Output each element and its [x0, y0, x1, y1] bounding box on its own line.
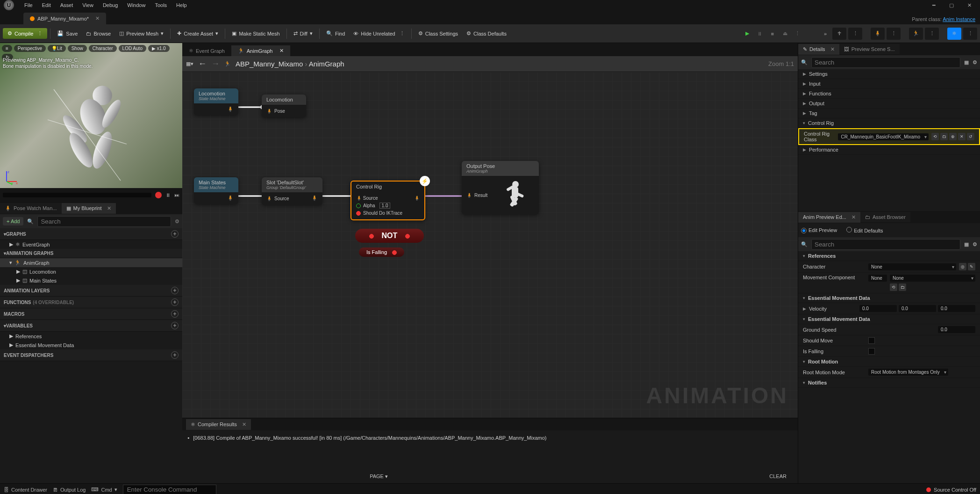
add-graph-icon[interactable]: + — [171, 230, 179, 238]
character-dropdown[interactable]: None — [868, 263, 956, 270]
gear-icon[interactable]: ⚙ — [175, 218, 179, 225]
eject-button[interactable]: ⏏ — [780, 28, 791, 39]
viewport-speed[interactable]: ▶ x1.0 — [148, 45, 170, 52]
should-move-checkbox[interactable] — [868, 337, 875, 344]
cat-references[interactable]: ▾References — [798, 251, 980, 261]
cat-settings[interactable]: ▶Settings — [798, 69, 980, 79]
grid-icon[interactable]: ▦ — [964, 241, 969, 247]
close-icon[interactable]: ✕ — [830, 46, 835, 52]
save-button[interactable]: 💾Save — [53, 28, 81, 39]
add-variable-icon[interactable]: + — [171, 322, 179, 329]
cat-performance[interactable]: ▶Performance — [798, 145, 980, 155]
cat-notifies[interactable]: ▾Notifies — [798, 378, 980, 388]
tab-anim-preview[interactable]: Anim Preview Ed...✕ — [798, 212, 860, 223]
reset-icon[interactable]: ↺ — [967, 133, 974, 140]
timeline-scrubber[interactable] — [3, 193, 151, 197]
preview-viewport[interactable]: ≡ Perspective 💡Lit Show Character LOD Au… — [0, 43, 182, 188]
category-functions[interactable]: FUNCTIONS (4 OVERRIDABLE)+ — [0, 297, 182, 308]
options-button[interactable]: ⋮ — [792, 28, 803, 39]
viewport-menu[interactable]: ≡ — [2, 45, 12, 52]
tab-pose-watch[interactable]: 🧍Pose Watch Man... — [0, 203, 62, 214]
tree-references[interactable]: ▶ References — [0, 332, 182, 341]
radio-edit-defaults[interactable]: Edit Defaults — [846, 227, 883, 233]
content-drawer-button[interactable]: 🗄Content Drawer — [4, 487, 47, 493]
tab-details[interactable]: ✎Details✕ — [798, 44, 839, 55]
category-anim-layers[interactable]: ANIMATION LAYERS+ — [0, 285, 182, 297]
mode-options-2[interactable]: ⋮ — [887, 28, 901, 40]
category-variables[interactable]: ▾ VARIABLES+ — [0, 320, 182, 332]
record-button[interactable] — [155, 192, 162, 198]
class-defaults-button[interactable]: ⚙Class Defaults — [463, 28, 510, 39]
mode-blueprint[interactable]: ⚛ — [947, 28, 961, 40]
breadcrumb[interactable]: ABP_Manny_Mixamo › AnimGraph — [236, 60, 344, 68]
graph-canvas[interactable]: ANIMATION LocomotionState Machine 🧍 Loco… — [182, 72, 798, 418]
use-selected-icon[interactable]: ⟲ — [890, 283, 897, 291]
close-icon[interactable]: ✕ — [107, 205, 111, 211]
tab-event-graph[interactable]: ⚛Event Graph — [182, 45, 231, 56]
tab-anim-graph[interactable]: 🏃AnimGraph✕ — [231, 45, 291, 56]
add-dispatcher-icon[interactable]: + — [171, 351, 179, 359]
clear-icon[interactable]: ✕ — [958, 133, 966, 140]
source-control-button[interactable]: Source Control Off — [926, 487, 976, 493]
node-output-pose[interactable]: Output PoseAnimGraph 🧍Result — [462, 161, 539, 214]
class-settings-button[interactable]: ⚙Class Settings — [415, 28, 462, 39]
node-main-states[interactable]: Main StatesState Machine 🧍 — [194, 177, 238, 204]
is-falling-checkbox[interactable] — [868, 348, 875, 355]
tree-mainstates[interactable]: ▶ ◫ Main States — [0, 276, 182, 285]
tree-essential-move[interactable]: ▶ Essential Movement Data — [0, 341, 182, 349]
window-minimize[interactable]: ━ — [927, 1, 941, 9]
add-function-icon[interactable]: + — [171, 298, 179, 306]
find-button[interactable]: 🔍Find — [322, 28, 349, 39]
new-asset-icon[interactable]: ⊕ — [949, 133, 957, 140]
viewport-lit[interactable]: 💡Lit — [48, 45, 66, 52]
mode-anim[interactable]: 🏃 — [909, 28, 923, 40]
pick-icon[interactable]: ◎ — [959, 263, 966, 270]
gear-icon[interactable]: ⚙ — [973, 241, 977, 247]
gear-icon[interactable]: ⚙ — [973, 59, 977, 65]
move-comp-dropdown[interactable]: None — [890, 275, 975, 282]
cmd-dropdown[interactable]: ⌨Cmd ▾ — [91, 487, 117, 493]
graph-menu[interactable]: ▦▾ — [186, 61, 193, 67]
clear-button[interactable]: CLEAR — [763, 472, 793, 481]
play-button[interactable]: ▶ — [742, 28, 753, 39]
tree-animgraph[interactable]: ▾ 🏃 AnimGraph — [0, 258, 182, 267]
mode-skeleton[interactable]: ☥ — [832, 28, 846, 40]
browse-asset-icon[interactable]: 🗀 — [940, 133, 948, 140]
output-log-button[interactable]: 🖹Output Log — [53, 487, 86, 493]
create-asset-button[interactable]: ✚Create Asset▾ — [173, 28, 222, 39]
node-locomotion-pose[interactable]: Locomotion 🧍Pose — [262, 94, 306, 117]
node-locomotion-sm[interactable]: LocomotionState Machine 🧍 — [194, 88, 238, 115]
cat-output[interactable]: ▶Output — [798, 99, 980, 109]
nav-back[interactable]: ← — [198, 59, 207, 69]
node-control-rig[interactable]: ⚡ Control Rig 🧍 Source🧍 Alpha 1.0 Should… — [351, 181, 425, 220]
parent-class-link[interactable]: Anim Instance — [943, 16, 975, 22]
cat-functions[interactable]: ▶Functions — [798, 89, 980, 99]
mode-options-1[interactable]: ⋮ — [848, 28, 862, 40]
cat-essential-1[interactable]: ▾Essential Movement Data — [798, 293, 980, 303]
velocity-z[interactable]: 0.0 — [938, 305, 975, 312]
menu-window[interactable]: Window — [122, 1, 150, 9]
nav-forward[interactable]: → — [211, 59, 220, 69]
cat-control-rig[interactable]: ▾Control Rig — [798, 118, 980, 128]
blueprint-search-input[interactable] — [37, 216, 171, 227]
add-macro-icon[interactable]: + — [171, 310, 179, 318]
grid-icon[interactable]: ▦ — [964, 59, 969, 65]
root-motion-dropdown[interactable]: Root Motion from Montages Only — [868, 369, 948, 376]
menu-tools[interactable]: Tools — [150, 1, 172, 9]
menu-asset[interactable]: Asset — [56, 1, 78, 9]
viewport-character[interactable]: Character — [89, 45, 117, 52]
mode-options-3[interactable]: ⋮ — [925, 28, 939, 40]
node-not[interactable]: NOT — [355, 229, 424, 243]
use-selected-icon[interactable]: ⟲ — [931, 133, 939, 140]
hide-unrelated-button[interactable]: 👁Hide Unrelated⋮ — [350, 28, 408, 39]
add-button[interactable]: + Add — [3, 217, 23, 225]
close-icon[interactable]: ✕ — [279, 48, 284, 54]
mode-mesh[interactable]: 🧍 — [871, 28, 885, 40]
node-slot[interactable]: Slot 'DefaultSlot'Group 'DefaultGroup' 🧍… — [262, 177, 322, 205]
tab-compiler-results[interactable]: ⚛ Compiler Results ✕ — [186, 419, 251, 430]
window-maximize[interactable]: ▢ — [944, 1, 959, 9]
console-command-input[interactable] — [123, 485, 216, 494]
browse-button[interactable]: 🗀Browse — [82, 29, 114, 39]
menu-file[interactable]: File — [20, 1, 37, 9]
page-dropdown[interactable]: PAGE ▾ — [370, 473, 388, 479]
